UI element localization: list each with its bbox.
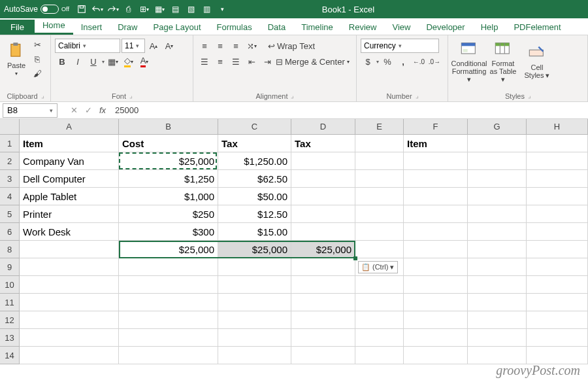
cell-G1[interactable] [468,135,527,152]
cell-styles-button[interactable]: Cell Styles ▾ [520,38,554,85]
cut-icon[interactable]: ✂ [30,38,44,51]
cell-F1[interactable]: Item [404,135,468,152]
tab-page-layout[interactable]: Page Layout [146,20,209,35]
copy-icon[interactable]: ⎘ [30,52,44,65]
tab-formulas[interactable]: Formulas [209,20,260,35]
cell-A3[interactable]: Dell Computer [20,170,119,188]
paste-button[interactable]: Paste ▾ [4,38,29,80]
qat-icon-1[interactable]: ⎙ [122,2,136,16]
col-header-G[interactable]: G [468,119,527,135]
tab-timeline[interactable]: Timeline [293,20,341,35]
tab-draw[interactable]: Draw [110,20,145,35]
cancel-formula-icon[interactable]: ✕ [67,105,81,115]
align-left-icon[interactable]: ☰ [197,54,212,69]
cell-E1[interactable] [355,135,404,152]
col-header-H[interactable]: H [527,119,588,135]
cell-H1[interactable] [527,135,588,152]
tab-file[interactable]: File [0,20,35,35]
qat-icon-5[interactable]: ▧ [184,2,199,16]
col-header-F[interactable]: F [404,119,468,135]
qat-icon-4[interactable]: ▤ [169,2,183,16]
cell-B6[interactable]: $300 [119,223,218,241]
tab-review[interactable]: Review [341,20,385,35]
align-right-icon[interactable]: ☰ [229,54,243,69]
col-header-C[interactable]: C [218,119,291,135]
wrap-text-button[interactable]: ↩Wrap Text [268,39,315,53]
formula-input[interactable]: 25000 [110,105,588,115]
cell-C3[interactable]: $62.50 [218,170,291,188]
cell-C8[interactable]: $25,000 [218,241,291,258]
tab-pdfelement[interactable]: PDFelement [506,20,568,35]
enter-formula-icon[interactable]: ✓ [81,105,95,115]
increase-indent-icon[interactable]: ⇥ [260,54,274,69]
cell-C1[interactable]: Tax [218,135,291,152]
fill-color-icon[interactable]: ◇▾ [122,54,136,69]
font-size-select[interactable]: 11 [122,39,145,53]
row-header-12[interactable]: 12 [0,311,20,329]
cell-D2[interactable] [291,152,355,170]
row-header-2[interactable]: 2 [0,152,20,170]
row-header-10[interactable]: 10 [0,276,20,294]
qat-icon-3[interactable]: ▦▾ [153,2,167,16]
merge-center-button[interactable]: ⊟Merge & Center▾ [276,54,350,69]
tab-help[interactable]: Help [473,20,506,35]
row-header-6[interactable]: 6 [0,223,20,241]
cell-B8[interactable]: $25,000 [119,241,218,258]
cell-A8[interactable] [20,241,119,258]
row-header-4[interactable]: 4 [0,188,20,205]
conditional-formatting-button[interactable]: Conditional Formatting ▾ [452,38,486,85]
font-name-select[interactable]: Calibri [55,39,120,53]
align-middle-icon[interactable]: ≡ [213,39,227,53]
row-header-5[interactable]: 5 [0,205,20,223]
cell-A2[interactable]: Company Van [20,152,119,170]
row-header-14[interactable]: 14 [0,347,20,364]
spreadsheet-grid[interactable]: A B C D E F G H 1 2 3 4 5 6 8 9 10 11 [0,119,588,382]
qat-icon-6[interactable]: ▥ [200,2,214,16]
increase-decimal-icon[interactable]: ←.0 [412,54,426,69]
borders-icon[interactable]: ▦▾ [106,54,120,69]
cell-A6[interactable]: Work Desk [20,223,119,241]
comma-format-button[interactable]: , [396,54,410,69]
tab-view[interactable]: View [384,20,418,35]
qat-icon-2[interactable]: ⊞▾ [137,2,152,16]
row-header-11[interactable]: 11 [0,294,20,311]
fill-handle[interactable] [353,256,357,260]
decrease-decimal-icon[interactable]: .0→ [427,54,442,69]
number-format-select[interactable]: Currency [361,39,439,53]
qat-customize-icon[interactable]: ▾ [216,2,230,16]
cell-B4[interactable]: $1,000 [119,188,218,205]
name-box[interactable]: B8 [3,103,57,118]
cell-D8[interactable]: $25,000 [291,241,355,258]
cell-D1[interactable]: Tax [291,135,355,152]
format-as-table-button[interactable]: Format as Table ▾ [486,38,520,85]
fx-icon[interactable]: fx [95,105,110,115]
cell-C2[interactable]: $1,250.00 [218,152,291,170]
redo-icon[interactable]: ▾ [106,2,120,16]
paste-options-button[interactable]: 📋 (Ctrl) ▾ [358,261,398,273]
cell-B5[interactable]: $250 [119,205,218,223]
cell-B2[interactable]: $25,000 [119,152,218,170]
row-header-9[interactable]: 9 [0,258,20,276]
format-painter-icon[interactable]: 🖌 [30,67,44,80]
tab-home[interactable]: Home [35,18,73,35]
cell-B3[interactable]: $1,250 [119,170,218,188]
font-color-icon[interactable]: A▾ [137,54,152,69]
autosave-toggle[interactable]: AutoSave Off [4,5,69,14]
cell-area[interactable]: Item Cost Tax Tax Item Company Van $25,0… [20,135,588,364]
decrease-indent-icon[interactable]: ⇤ [244,54,259,69]
decrease-font-icon[interactable]: A▾ [162,39,176,53]
italic-button[interactable]: I [71,54,85,69]
align-center-icon[interactable]: ≡ [213,54,227,69]
align-bottom-icon[interactable]: ≡ [229,39,243,53]
undo-icon[interactable]: ▾ [90,2,105,16]
col-header-E[interactable]: E [355,119,404,135]
align-top-icon[interactable]: ≡ [197,39,212,53]
col-header-B[interactable]: B [119,119,218,135]
select-all-corner[interactable] [0,119,20,135]
row-header-1[interactable]: 1 [0,135,20,152]
cell-A5[interactable]: Printer [20,205,119,223]
col-header-A[interactable]: A [20,119,119,135]
row-header-8[interactable]: 8 [0,241,20,258]
tab-insert[interactable]: Insert [73,20,110,35]
tab-developer[interactable]: Developer [418,20,472,35]
